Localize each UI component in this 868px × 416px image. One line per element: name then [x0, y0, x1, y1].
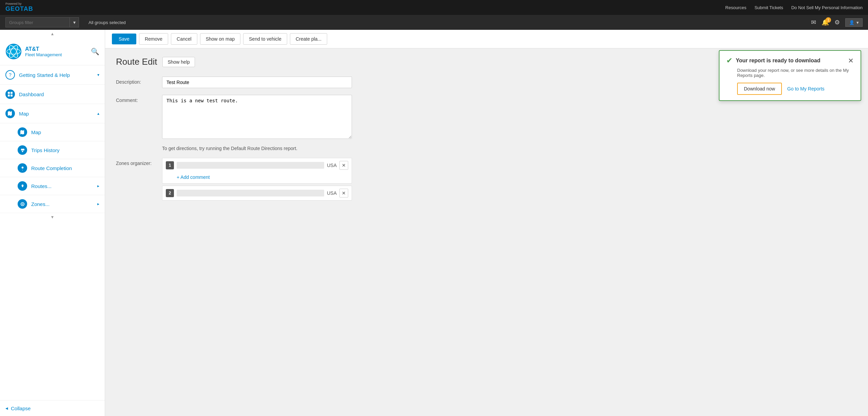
- comment-label: Comment:: [116, 95, 157, 103]
- secondary-bar: ▾ All groups selected ✉ 🔔 1 ⚙ 👤 ▾: [0, 15, 868, 30]
- sidebar-collapse-button[interactable]: ◂ Collapse: [0, 400, 105, 416]
- sidebar-sub-item-map-label: Map: [31, 129, 99, 135]
- scroll-up-icon: ▲: [51, 32, 55, 36]
- sidebar-sub-item-trips-label: Trips History: [31, 147, 99, 153]
- notification-check-icon: ✔: [726, 56, 732, 65]
- do-not-sell-link[interactable]: Do Not Sell My Personal Information: [791, 5, 863, 10]
- notification-actions: Download now Go to My Reports: [737, 83, 854, 95]
- help-icon: ?: [5, 70, 15, 80]
- sidebar-item-dashboard[interactable]: Dashboard: [0, 85, 105, 104]
- sidebar-logo: AT&T Fleet Management: [5, 43, 62, 60]
- sidebar-sub-item-route-completion[interactable]: Route Completion: [0, 159, 105, 177]
- download-now-button[interactable]: Download now: [737, 83, 782, 95]
- collapse-label: Collapse: [11, 405, 31, 411]
- zone-1-remove-button[interactable]: ✕: [339, 161, 348, 170]
- svg-rect-7: [11, 95, 13, 97]
- content-area: Save Remove Cancel Show on map Send to v…: [105, 30, 868, 416]
- powered-by-text: Powered by: [5, 2, 22, 5]
- main-layout: ▲ AT&T Fleet Management 🔍: [0, 30, 868, 416]
- zone-1-add-comment-button[interactable]: + Add comment: [162, 172, 352, 183]
- zones-organizer-row: Zones organizer: 1 USA ✕ + Add comment: [116, 158, 857, 202]
- groups-filter-container: ▾: [5, 17, 79, 27]
- sidebar-sub-item-routes-label: Routes...: [31, 183, 93, 189]
- collapse-arrow-icon: ◂: [5, 405, 8, 411]
- groups-filter-input[interactable]: [5, 17, 70, 27]
- user-menu-button[interactable]: 👤 ▾: [845, 18, 863, 27]
- sidebar-brand-text: AT&T Fleet Management: [25, 46, 62, 57]
- notification-header: ✔ Your report is ready to download ✕: [726, 56, 854, 65]
- description-input[interactable]: [162, 77, 352, 88]
- cancel-button[interactable]: Cancel: [171, 33, 197, 45]
- zone-1-close-icon: ✕: [342, 163, 346, 168]
- dashboard-icon: [5, 89, 15, 99]
- secondary-bar-right: ✉ 🔔 1 ⚙ 👤 ▾: [811, 18, 863, 27]
- chevron-down-icon: ▾: [97, 72, 99, 77]
- svg-rect-5: [11, 92, 13, 94]
- save-button[interactable]: Save: [112, 34, 136, 44]
- svg-point-11: [22, 148, 24, 150]
- chevron-up-icon: ▴: [97, 111, 99, 116]
- sidebar-item-dashboard-label: Dashboard: [19, 91, 99, 97]
- zone-bar-1: [177, 162, 324, 169]
- mail-icon: ✉: [811, 19, 816, 26]
- send-to-vehicle-button[interactable]: Send to vehicle: [243, 33, 287, 45]
- zones-organizer-label: Zones organizer:: [116, 158, 157, 166]
- resources-link[interactable]: Resources: [725, 5, 746, 10]
- sidebar-item-help[interactable]: ? Getting Started & Help ▾: [0, 65, 105, 85]
- svg-point-15: [22, 186, 23, 187]
- notification-title-row: ✔ Your report is ready to download: [726, 56, 821, 65]
- routes-arrow-icon: ▸: [97, 184, 99, 188]
- all-groups-text: All groups selected: [88, 20, 126, 25]
- zone-item-2-top: 2 USA ✕: [162, 186, 352, 200]
- svg-point-0: [6, 44, 21, 59]
- geotab-name: GEOTAB: [5, 5, 33, 13]
- go-to-reports-link[interactable]: Go to My Reports: [787, 86, 825, 91]
- trips-icon: [18, 145, 27, 155]
- description-label: Description:: [116, 77, 157, 85]
- svg-point-12: [21, 166, 23, 168]
- sidebar-sub-item-zones[interactable]: Zones... ▸: [0, 195, 105, 213]
- comment-row: Comment: This is a new test route.: [116, 95, 857, 139]
- remove-button[interactable]: Remove: [139, 33, 168, 45]
- notifications-button[interactable]: 🔔 1: [822, 19, 829, 26]
- show-help-button[interactable]: Show help: [162, 57, 195, 67]
- svg-point-14: [21, 184, 23, 186]
- zone-2-remove-button[interactable]: ✕: [339, 189, 348, 197]
- create-plan-button[interactable]: Create pla...: [290, 33, 327, 45]
- show-on-map-button[interactable]: Show on map: [200, 33, 241, 45]
- zone-item-1-top: 1 USA ✕: [162, 158, 352, 172]
- sidebar-item-map-header-label: Map: [19, 111, 93, 117]
- sidebar-item-map-header[interactable]: Map ▴: [0, 104, 105, 123]
- mail-button[interactable]: ✉: [811, 19, 816, 26]
- sidebar-sub-item-map[interactable]: Map: [0, 123, 105, 141]
- map-header-icon: [5, 109, 15, 118]
- toolbar: Save Remove Cancel Show on map Send to v…: [105, 30, 868, 48]
- zones-arrow-icon: ▸: [97, 202, 99, 206]
- sidebar-scroll-up[interactable]: ▲: [0, 30, 105, 38]
- gear-icon: ⚙: [834, 19, 840, 26]
- sidebar-sub-item-route-completion-label: Route Completion: [31, 165, 99, 171]
- zone-country-1: USA: [327, 163, 337, 168]
- zone-bar-2: [177, 190, 324, 196]
- scroll-down-icon: ▼: [51, 215, 55, 220]
- page-content: Route Edit Show help Description: Commen…: [105, 48, 868, 416]
- submit-tickets-link[interactable]: Submit Tickets: [754, 5, 783, 10]
- att-logo-icon: [5, 43, 22, 60]
- sidebar-sub-item-trips[interactable]: Trips History: [0, 141, 105, 159]
- route-completion-icon: [18, 163, 27, 173]
- settings-button[interactable]: ⚙: [834, 19, 840, 26]
- groups-filter-arrow[interactable]: ▾: [70, 17, 79, 27]
- top-nav-links: Resources Submit Tickets Do Not Sell My …: [725, 5, 863, 10]
- sidebar-scroll-down[interactable]: ▼: [0, 213, 105, 221]
- sidebar-sub-item-routes[interactable]: Routes... ▸: [0, 177, 105, 195]
- zone-num-2: 2: [166, 189, 174, 197]
- comment-textarea[interactable]: This is a new test route.: [162, 95, 352, 139]
- sidebar-sub-item-zones-label: Zones...: [31, 201, 93, 207]
- user-arrow-icon: ▾: [856, 20, 859, 25]
- svg-point-13: [22, 170, 23, 170]
- notification-popup: ✔ Your report is ready to download ✕ Dow…: [719, 50, 861, 101]
- sidebar: ▲ AT&T Fleet Management 🔍: [0, 30, 105, 416]
- notification-close-button[interactable]: ✕: [848, 57, 854, 65]
- page-title: Route Edit: [116, 57, 157, 67]
- search-icon[interactable]: 🔍: [91, 47, 99, 56]
